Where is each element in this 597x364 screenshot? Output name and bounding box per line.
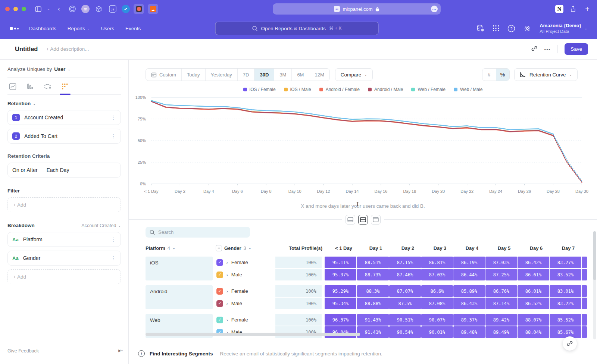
day-column-header[interactable]: < 1 Day [328,245,360,251]
collapse-sidebar-icon[interactable]: ⇤ [118,347,123,354]
copy-link-icon[interactable] [531,45,538,53]
retention-value-cell[interactable]: 89.42% [485,314,517,326]
retention-value-cell[interactable]: 87.46% [389,269,421,280]
breakdown-scope-dropdown[interactable]: Account Created⌄ [81,223,121,228]
retention-value-cell[interactable]: 87.08% [421,298,453,309]
gender-cell[interactable]: ✓›Female [216,285,275,297]
retention-value-cell[interactable]: 96.04% [325,326,356,338]
project-switcher[interactable]: Amazonia {Demo} All Project Data ⌄ [540,23,587,34]
criteria-interval-select[interactable]: Each Day [47,167,69,173]
retention-criteria-card[interactable]: On or After Each Day [7,163,121,178]
day-column-header[interactable]: Day 4 [456,245,488,251]
mixpanel-logo-icon[interactable] [10,27,19,30]
day-column-header[interactable]: Day 6 [520,245,552,251]
add-filter-button[interactable]: + Add [7,197,121,212]
platform-column-header[interactable]: Platform4⌄ [146,245,216,251]
range-yesterday[interactable]: Yesterday [206,69,238,81]
retention-value-cell[interactable]: 86.81% [421,257,453,268]
layout-top-icon[interactable] [371,215,381,225]
retention-step-1[interactable]: 1 Account Created ⋮ [7,110,121,125]
retention-value-cell[interactable]: 88.07% [518,314,549,326]
retention-value-cell[interactable]: 95.11% [325,257,356,268]
nav-users[interactable]: Users [101,26,114,31]
tab-cube-icon[interactable] [93,4,104,14]
retention-value-cell[interactable]: 86.76% [485,285,517,297]
tab-js-icon[interactable]: JS [107,4,118,14]
legend-item[interactable]: iOS / Female [243,87,276,92]
horizontal-scrollbar[interactable] [146,333,360,336]
retention-value-cell[interactable]: 88.73% [357,269,389,280]
series-checkbox[interactable]: ✓ [216,300,223,307]
retention-value-cell[interactable]: 96.37% [325,314,356,326]
tab-globe-icon[interactable] [122,5,130,13]
retention-value-cell[interactable]: 87.07% [389,285,421,297]
nav-events[interactable]: Events [125,26,141,31]
add-description[interactable]: + Add description... [46,46,89,52]
nav-dashboards[interactable]: Dashboards [29,26,56,31]
back-button[interactable]: ‹ [54,4,63,13]
expand-row-icon[interactable]: › [226,273,228,277]
zoom-window-button[interactable] [22,7,26,11]
range-3m[interactable]: 3M [274,69,292,81]
day-column-header[interactable]: Day 2 [392,245,424,251]
retention-value-cell[interactable]: 87.15% [389,257,421,268]
retention-value-cell[interactable]: 83.27% [550,257,581,268]
table-search-input[interactable] [158,229,233,235]
nav-reports[interactable]: Reports⌄ [68,26,90,31]
retention-value-cell[interactable]: 83.52% [550,269,581,280]
tab-retention-grid[interactable] [61,83,69,94]
retention-value-cell[interactable]: 95.37% [325,269,356,280]
retention-value-cell[interactable]: 90.54% [389,326,421,338]
retention-value-cell[interactable]: 87.03% [485,257,517,268]
criteria-mode-select[interactable]: On or After [12,167,38,173]
legend-item[interactable]: Web / Male [454,87,482,92]
compare-button[interactable]: Compare⌄ [335,68,373,81]
retention-value-cell[interactable]: 83.22% [550,298,581,309]
day-column-header[interactable]: Day 1 [360,245,392,251]
tab-active-icon[interactable] [134,4,144,14]
layout-bottom-icon[interactable] [346,215,355,225]
platform-cell[interactable]: Android [146,285,213,309]
sidebar-toggle-icon[interactable] [34,4,43,13]
retention-value-cell[interactable]: 88.51% [357,257,389,268]
notion-extension-icon[interactable]: N [555,5,563,13]
url-more-button[interactable]: ••• [431,6,438,12]
gender-cell[interactable]: ✓›Male [216,326,275,338]
retention-value-cell[interactable]: 87.5% [389,298,421,309]
gender-cell[interactable]: ✓›Female [216,257,275,268]
retention-value-cell[interactable]: 85.52% [550,314,581,326]
retention-value-cell[interactable]: 87.14% [485,298,517,309]
range-7d[interactable]: 7D [238,69,255,81]
retention-value-cell[interactable]: 91.41% [357,326,389,338]
vertical-scrollbar[interactable] [593,231,596,339]
gender-cell[interactable]: ✓›Male [216,269,275,280]
view-type-dropdown[interactable]: Retention Curve⌄ [514,68,578,81]
total-profiles-header[interactable]: Total Profile(s) [278,245,328,251]
tab-soundcloud-icon[interactable]: ☁ [148,4,158,14]
series-checkbox[interactable]: ✓ [216,259,223,266]
retention-value-cell[interactable]: 86.61% [518,269,549,280]
settings-gear-icon[interactable] [523,25,531,32]
share-link-fab[interactable] [563,336,577,351]
url-bar[interactable]: mixpanel.com ••• [273,3,441,15]
retention-value-cell[interactable]: 88.88% [357,298,389,309]
kebab-menu-icon[interactable]: ⋮ [111,255,116,261]
series-checkbox[interactable]: ✓ [216,288,223,295]
retention-value-cell[interactable]: 86.19% [453,257,485,268]
retention-value-cell[interactable]: 90.01% [421,326,453,338]
legend-item[interactable]: iOS / Male [284,87,311,92]
retention-section-label[interactable]: Retention⌄ [7,101,121,106]
table-search[interactable] [146,227,250,238]
give-feedback-link[interactable]: Give Feedback [7,348,39,354]
series-checkbox[interactable]: ✓ [216,272,223,278]
apps-grid-icon[interactable] [493,25,499,32]
breakdown-gender[interactable]: Aa Gender ⋮ [7,251,121,266]
retention-value-cell[interactable]: 95.34% [325,298,356,309]
retention-value-cell[interactable]: 90.07% [421,314,453,326]
retention-value-cell[interactable]: 90.51% [389,314,421,326]
minimize-window-button[interactable] [13,7,18,11]
retention-value-cell[interactable]: 83.01% [550,285,581,297]
retention-value-cell[interactable]: 85.89% [453,285,485,297]
tab-avatar-icon[interactable]: m [81,5,90,13]
retention-value-cell[interactable]: 86.44% [453,269,485,280]
